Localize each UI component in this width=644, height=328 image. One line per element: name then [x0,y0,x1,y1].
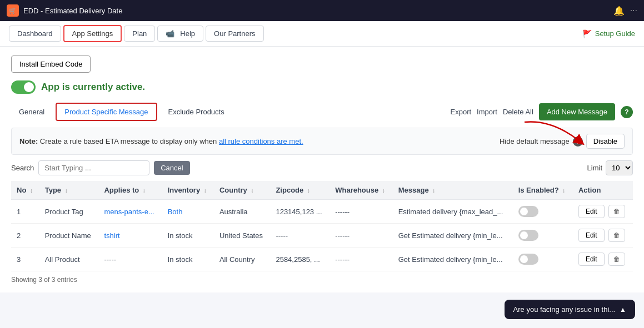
main-content: Install Embed Code App is currently acti… [0,47,644,292]
note-text: Note: Create a rule based ETA message to… [19,137,303,145]
nav-app-settings[interactable]: App Settings [63,25,122,42]
row-toggle-1[interactable] [518,230,538,241]
cell-warehouse: ------ [330,224,392,248]
video-icon: 📹 [166,29,174,38]
status-text: App is currently active. [41,82,145,93]
hide-help-icon[interactable]: ? [573,137,583,147]
cell-is-enabled[interactable] [513,200,573,224]
cell-type: Product Tag [39,200,99,224]
table-row: 1 Product Tag mens-pants-e... Both Austr… [11,200,633,224]
cell-warehouse: ------ [330,200,392,224]
cancel-search-button[interactable]: Cancel [154,161,189,175]
note-prefix: Note: [19,137,38,145]
cell-is-enabled[interactable] [513,224,573,248]
delete-all-button[interactable]: Delete All [503,108,533,116]
import-button[interactable]: Import [477,108,497,116]
setup-guide-label[interactable]: Setup Guide [595,29,635,38]
cell-country: Australia [214,200,271,224]
cell-no: 3 [11,248,39,271]
delete-button-2[interactable]: 🗑 [608,253,625,266]
showing-text: Showing 3 of 3 entries [11,276,633,284]
cell-action: Edit 🗑 [573,200,633,224]
cell-zipcode: 2584,2585, ... [270,248,330,271]
col-no: No ↕ [11,181,39,200]
row-toggle-0[interactable] [518,206,538,217]
status-bar: App is currently active. [11,80,633,94]
tabs: General Product Specific Message Exclude… [11,103,232,121]
tab-exclude-products[interactable]: Exclude Products [161,104,232,120]
limit-row: Limit 10 25 50 [587,160,633,175]
row-toggle-2[interactable] [518,254,538,265]
export-button[interactable]: Export [451,108,472,116]
cell-inventory: Both [162,200,214,224]
add-new-message-button[interactable]: Add New Message [539,103,615,120]
col-zipcode: Zipcode ↕ [270,181,330,200]
col-is-enabled: Is Enabled? ↕ [513,181,573,200]
flag-icon: 🚩 [582,29,592,38]
nav-left: Dashboard App Settings Plan 📹 📹 Help Hel… [9,25,264,42]
limit-label: Limit [587,164,602,172]
cell-no: 2 [11,224,39,248]
cell-applies-to: ----- [98,248,162,271]
col-warehouse: Wharehouse ↕ [330,181,392,200]
table-row: 3 All Product ----- In stock All Country… [11,248,633,271]
col-type: Type ↕ [39,181,99,200]
disable-button[interactable]: Disable [586,134,625,149]
table-row: 2 Product Name tshirt In stock United St… [11,224,633,248]
col-message: Message ↕ [393,181,513,200]
app-logo: 🛒 [7,4,19,17]
cell-zipcode: ----- [270,224,330,248]
active-toggle[interactable] [11,80,36,94]
cell-message: Estimated delivery {max_lead_... [393,200,513,224]
cell-applies-to: tshirt [98,224,162,248]
search-bar: Search Cancel Limit 10 25 50 [11,160,633,175]
help-icon[interactable]: ? [621,106,633,118]
nav-plan[interactable]: Plan [124,26,155,42]
cell-warehouse: ------ [330,248,392,271]
note-bar: Note: Create a rule based ETA message to… [11,128,633,155]
tab-general[interactable]: General [11,104,52,120]
topbar: 🛒 EDD - Estimated Delivery Date 🔔 ··· [0,0,644,21]
cell-inventory: In stock [162,248,214,271]
edit-button-0[interactable]: Edit [578,205,605,218]
hide-default-section: Hide default message ? Disable [500,134,625,149]
cell-applies-to: mens-pants-e... [98,200,162,224]
topbar-right: 🔔 ··· [613,6,637,16]
search-left: Search Cancel [11,160,190,175]
cell-no: 1 [11,200,39,224]
cell-inventory: In stock [162,224,214,248]
hide-default-label: Hide default message [500,137,570,145]
col-country: Country ↕ [214,181,271,200]
search-input[interactable] [38,160,149,175]
delete-button-1[interactable]: 🗑 [608,229,625,242]
cell-zipcode: 123145,123 ... [270,200,330,224]
tabs-row: General Product Specific Message Exclude… [11,103,633,121]
more-icon[interactable]: ··· [630,6,637,16]
cell-message: Get Estimated delivery {min_le... [393,248,513,271]
tab-product-specific[interactable]: Product Specific Message [56,103,157,121]
cell-type: Product Name [39,224,99,248]
note-link[interactable]: all rule conditions are met. [219,137,303,145]
delete-button-0[interactable]: 🗑 [608,205,625,218]
nav-our-partners[interactable]: Our Partners [206,26,263,42]
cell-is-enabled[interactable] [513,248,573,271]
table-header-row: No ↕ Type ↕ Applies to ↕ Inventory ↕ Cou… [11,181,633,200]
edit-button-1[interactable]: Edit [578,229,605,242]
messages-table: No ↕ Type ↕ Applies to ↕ Inventory ↕ Cou… [11,181,633,271]
nav-help[interactable]: 📹 📹 Help Help [157,26,203,42]
edit-button-2[interactable]: Edit [578,253,605,266]
nav-dashboard[interactable]: Dashboard [9,26,61,42]
search-label: Search [11,164,34,172]
install-embed-button[interactable]: Install Embed Code [11,55,91,73]
col-action: Action [573,181,633,200]
install-embed-section: Install Embed Code [11,55,633,73]
cell-message: Get Estimated delivery {min_le... [393,224,513,248]
cell-action: Edit 🗑 [573,248,633,271]
cell-type: All Product [39,248,99,271]
cell-country: United States [214,224,271,248]
limit-select[interactable]: 10 25 50 [606,160,633,175]
topbar-left: 🛒 EDD - Estimated Delivery Date [7,4,122,17]
col-applies-to: Applies to ↕ [98,181,162,200]
nav-right[interactable]: 🚩 Setup Guide [582,29,635,38]
notification-icon[interactable]: 🔔 [613,6,625,16]
